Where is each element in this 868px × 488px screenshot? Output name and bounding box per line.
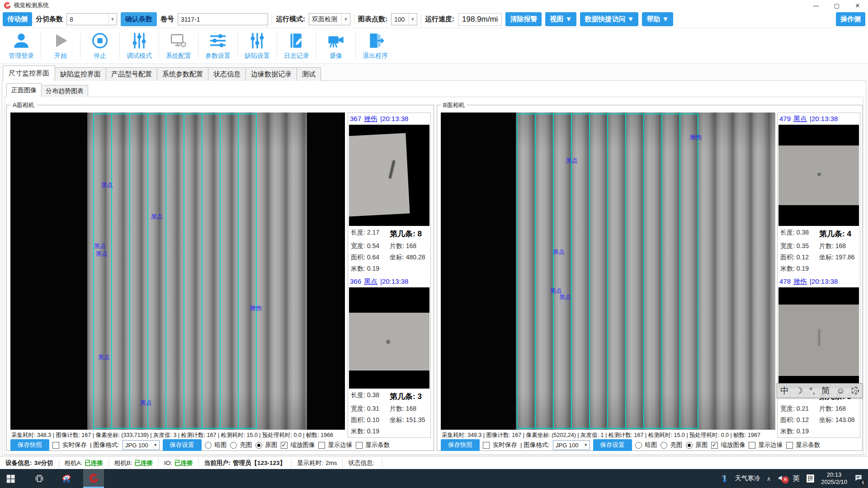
show-strips-checkbox[interactable]: [356, 442, 363, 449]
status-item-5: 显示耗时:2ms: [292, 459, 343, 468]
save-settings-button[interactable]: 保存设置: [593, 439, 632, 451]
defect-label: 黑点: [140, 399, 152, 407]
operator-side-button[interactable]: 操作侧: [836, 12, 865, 26]
data-quick-access-button[interactable]: 数据快捷访问 ▼: [580, 12, 638, 26]
ime-mode-indicator[interactable]: 拼: [806, 474, 815, 483]
tool-admin-login-button[interactable]: 管理登录: [2, 32, 41, 60]
image-format-select[interactable]: JPG 100▼: [553, 440, 590, 450]
sub-tabs: 正面图像分布趋势图表: [6, 85, 88, 97]
view-menu-button[interactable]: 视图 ▼: [545, 12, 576, 26]
volume-muted-icon[interactable]: ✕: [777, 474, 786, 483]
dark-image-radio[interactable]: [635, 442, 642, 449]
title-bar: 视觉检测系统 — ▢ ✕: [0, 0, 868, 11]
save-snapshot-button[interactable]: 保存快照: [10, 439, 49, 451]
zoom-image-checkbox[interactable]: [711, 442, 718, 449]
clock[interactable]: 20:13 2025/2/10: [821, 471, 847, 486]
show-edge-checkbox[interactable]: [318, 442, 325, 449]
run-mode-select[interactable]: 双面检测 ▼: [309, 13, 350, 25]
status-item-4: 当前用户:管理员【123-123】: [199, 459, 292, 468]
save-settings-button[interactable]: 保存设置: [163, 439, 202, 451]
strip-line: [129, 113, 130, 429]
close-button[interactable]: ✕: [847, 0, 868, 11]
strip-line: [553, 113, 554, 429]
weather-text[interactable]: 天气寒冷: [735, 474, 760, 483]
bright-image-radio[interactable]: [230, 442, 237, 449]
camera-a-controls: 保存快照 实时保存 | 图像格式: JPG 100▼ 保存设置 暗图 亮图 原图…: [10, 440, 390, 450]
tool-label: 开始: [54, 52, 67, 60]
subtab-0[interactable]: 正面图像: [6, 83, 42, 97]
tool-stop-button[interactable]: 停止: [80, 32, 119, 60]
show-strips-checkbox[interactable]: [786, 442, 793, 449]
raw-image-radio[interactable]: [255, 442, 262, 449]
realtime-save-checkbox[interactable]: [483, 442, 490, 449]
roll-number-input[interactable]: 3117-1: [178, 13, 268, 25]
tool-log-record-button[interactable]: 日志记录: [277, 32, 316, 60]
tab-3[interactable]: 系统参数配置: [157, 67, 208, 81]
defect-settings-icon: [248, 32, 266, 50]
minimize-button[interactable]: —: [806, 0, 826, 11]
inspection-app-button[interactable]: [83, 469, 104, 488]
ime-item-2[interactable]: °,: [809, 386, 815, 396]
ime-item-4[interactable]: ☺: [836, 386, 845, 396]
maximize-button[interactable]: ▢: [826, 0, 847, 11]
start-button[interactable]: [0, 469, 21, 488]
ime-language-bar[interactable]: 中☽°,简☺: [777, 383, 863, 398]
strip-edge-line: [517, 113, 698, 114]
defect-card[interactable]: 366黑点|20:13:38 长度: 0.38 第几条: 3 宽度: 0.31 …: [349, 277, 429, 436]
language-indicator[interactable]: 英: [793, 474, 800, 483]
tool-defect-settings-button[interactable]: 缺陷设置: [238, 32, 277, 60]
tab-2[interactable]: 产品型号配置: [106, 67, 157, 81]
help-menu-button[interactable]: 帮助 ▼: [642, 12, 673, 26]
notification-center-button[interactable]: 6: [854, 474, 863, 484]
video-capture-icon: [327, 32, 345, 50]
tab-6[interactable]: 测试: [297, 67, 321, 81]
raw-image-radio[interactable]: [686, 442, 693, 449]
defect-card[interactable]: 478挫伤|20:13:38 长度: 0.57 第几条: 3 宽度: 0.21 …: [778, 277, 859, 436]
zoom-image-checkbox[interactable]: [281, 442, 288, 449]
split-count-select[interactable]: 8 ▼: [66, 13, 117, 25]
tab-1[interactable]: 缺陷监控界面: [55, 67, 106, 81]
tab-4[interactable]: 状态信息: [208, 67, 246, 81]
strip-line: [238, 113, 239, 429]
tool-system-config-button[interactable]: 系统配置: [159, 32, 198, 60]
image-format-select[interactable]: JPG 100▼: [123, 440, 160, 450]
tool-start-button[interactable]: 开始: [41, 32, 80, 60]
tool-param-settings-button[interactable]: 参数设置: [198, 32, 237, 60]
show-edge-checkbox[interactable]: [749, 442, 755, 449]
ime-item-3[interactable]: 简: [821, 385, 830, 397]
start-icon: [52, 32, 70, 50]
toolbar-separator: [272, 14, 272, 25]
defect-stats: 长度: 2.17 第几条: 8 宽度: 0.54 片数: 168 面积: 0.6…: [349, 226, 429, 273]
strip-line: [111, 113, 112, 429]
save-snapshot-button[interactable]: 保存快照: [441, 439, 480, 451]
subtab-1[interactable]: 分布趋势图表: [41, 85, 88, 97]
confirm-count-button[interactable]: 确认条数: [121, 12, 157, 26]
snip-tool-button[interactable]: [56, 469, 77, 488]
drive-side-button[interactable]: 传动侧: [3, 12, 32, 26]
tool-exit-program-button[interactable]: 退出程序: [356, 32, 395, 60]
dark-image-radio[interactable]: [205, 442, 212, 449]
icon-toolbar: 管理登录开始停止调试模式系统配置参数设置缺陷设置日志记录摄像退出程序: [0, 28, 868, 64]
strip-line: [679, 113, 680, 429]
ime-item-1[interactable]: ☽: [795, 385, 803, 396]
camera-b-title: B面相机: [441, 101, 467, 109]
tool-video-capture-button[interactable]: 摄像: [316, 32, 355, 60]
ime-settings-gear-icon[interactable]: [851, 387, 859, 394]
tray-expand-chevron[interactable]: ∧: [767, 475, 771, 482]
tab-0[interactable]: 尺寸监控界面: [3, 66, 55, 81]
window-title: 视觉检测系统: [14, 1, 49, 9]
tab-5[interactable]: 边缘数据记录: [245, 67, 297, 81]
admin-login-icon: [12, 32, 30, 50]
clear-alarm-button[interactable]: 清除报警: [505, 12, 542, 26]
defect-card[interactable]: 367挫伤|20:13:38 长度: 2.17 第几条: 8 宽度: 0.54 …: [349, 114, 429, 274]
tool-debug-mode-button[interactable]: 调试模式: [120, 32, 159, 60]
defect-card[interactable]: 479黑点|20:13:38 长度: 0.38 第几条: 4 宽度: 0.35 …: [778, 114, 859, 274]
defect-thumbnail: [349, 125, 429, 226]
ime-item-0[interactable]: 中: [780, 385, 789, 397]
windows-logo-icon: [5, 474, 15, 483]
task-view-button[interactable]: [29, 469, 50, 488]
strip-line: [517, 113, 518, 429]
bright-image-radio[interactable]: [660, 442, 667, 449]
realtime-save-checkbox[interactable]: [52, 442, 59, 449]
chart-points-select[interactable]: 100 ▼: [391, 13, 417, 25]
